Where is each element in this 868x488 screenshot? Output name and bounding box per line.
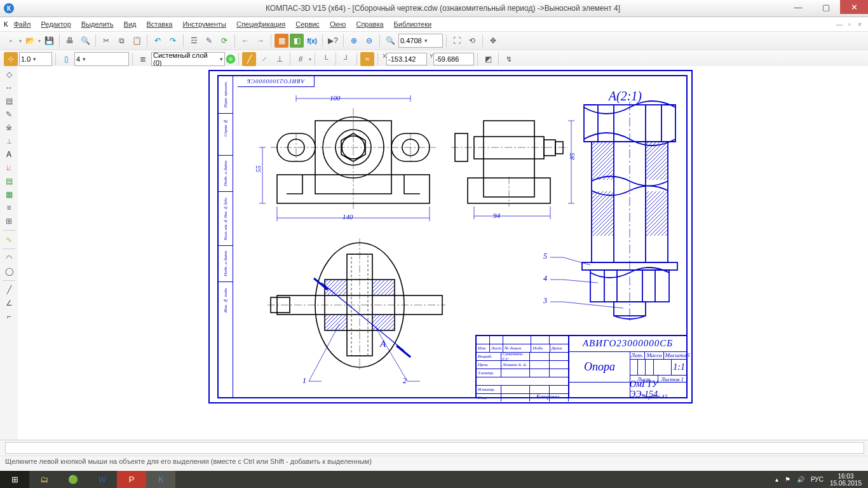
maximize-button[interactable]: ▢ — [812, 0, 840, 14]
tog3-button[interactable]: ⊥ — [273, 52, 287, 66]
start-button[interactable]: ⊞ — [0, 471, 29, 488]
geometry-tab[interactable]: ◇ — [3, 69, 15, 80]
tog1-button[interactable]: ╱ — [242, 52, 256, 66]
tray-lang[interactable]: РУС — [811, 476, 824, 483]
report-tab[interactable]: ≡ — [3, 202, 15, 214]
viewport[interactable]: Перв. примен. Справ № Подп. и дата Взам.… — [18, 66, 868, 445]
line-tool[interactable]: ╱ — [3, 284, 15, 295]
zoom-fit-button[interactable]: ⛶ — [450, 34, 464, 48]
command-input[interactable] — [5, 442, 864, 454]
refresh-view-button[interactable]: ⟲ — [465, 34, 479, 48]
chamfer-tool[interactable]: ⌐ — [3, 311, 15, 322]
dimensions-tab[interactable]: ↔ — [3, 82, 15, 93]
svg-rect-45 — [325, 315, 347, 330]
step-combo[interactable]: 1.0▾ — [19, 52, 52, 66]
aux-tab[interactable]: ⟀ — [3, 162, 15, 173]
vars-button[interactable]: f(x) — [305, 34, 319, 48]
page-button[interactable]: ▯ — [59, 52, 73, 66]
tray-clock[interactable]: 16:0315.06.2015 — [830, 473, 862, 487]
spec2-tab[interactable]: ▦ — [3, 189, 15, 200]
brush-button[interactable]: ✎ — [202, 34, 216, 48]
ortho1-button[interactable]: └ — [318, 52, 332, 66]
edit-tab[interactable]: ✎ — [3, 109, 15, 120]
cut-button[interactable]: ✂ — [99, 34, 113, 48]
local-cs-button[interactable]: ◩ — [481, 52, 495, 66]
new-button[interactable]: ▫ — [4, 34, 18, 48]
insert-tab[interactable]: ⊞ — [3, 215, 15, 227]
task-kompas[interactable]: К — [146, 471, 175, 488]
menu-libraries[interactable]: Библиотеки — [390, 19, 437, 29]
zoom-in-button[interactable]: ⊕ — [347, 34, 361, 48]
stamp-column: Перв. примен. Справ № Подп. и дата Взам.… — [219, 76, 233, 397]
tog2-button[interactable]: ⟋ — [257, 52, 271, 66]
minimize-button[interactable]: — — [784, 0, 812, 14]
style-button[interactable]: ◧ — [290, 34, 304, 48]
undo-button[interactable]: ↶ — [151, 34, 165, 48]
print-button[interactable]: 🖶 — [63, 34, 77, 48]
svg-rect-61 — [646, 142, 668, 180]
round-button[interactable]: ≈ — [360, 52, 374, 66]
menu-edit[interactable]: Редактор — [36, 19, 75, 29]
update-button[interactable]: ⟳ — [217, 34, 231, 48]
redo-button[interactable]: ↷ — [166, 34, 180, 48]
zoom-out-button[interactable]: ⊖ — [362, 34, 376, 48]
help-cursor-button[interactable]: ▶? — [326, 34, 340, 48]
snap-button[interactable]: ⊹ — [4, 52, 18, 66]
menu-service[interactable]: Сервис — [291, 19, 324, 29]
tray-volume-icon[interactable]: 🔊 — [797, 476, 804, 483]
symbols-tab[interactable]: ▤ — [3, 95, 15, 107]
curve-tool[interactable]: ∿ — [3, 234, 15, 245]
task-explorer[interactable]: 🗂 — [29, 471, 58, 488]
menu-select[interactable]: Выделить — [77, 19, 118, 29]
zoom-combo[interactable]: 0.4708▾ — [398, 34, 443, 48]
angle-tool[interactable]: ∠ — [3, 297, 15, 309]
mdi-minimize-button[interactable]: — — [835, 20, 844, 28]
properties-button[interactable]: ☲ — [187, 34, 201, 48]
menu-view[interactable]: Вид — [119, 19, 141, 29]
mdi-buttons: — ▫ × — [835, 20, 864, 28]
text-tab[interactable]: A — [3, 149, 15, 160]
tray-flag-icon[interactable]: ⚑ — [785, 476, 790, 483]
pan-button[interactable]: ✥ — [486, 34, 500, 48]
grid-button[interactable]: # — [294, 52, 308, 66]
open-button[interactable]: 📂 — [23, 34, 37, 48]
menu-spec[interactable]: Спецификация — [232, 19, 290, 29]
task-word[interactable]: W — [88, 471, 117, 488]
task-chrome[interactable]: 🟢 — [58, 471, 88, 488]
y-coord-field[interactable]: -59.686 — [433, 53, 474, 65]
preview-button[interactable]: 🔍 — [78, 34, 92, 48]
nav-next-button[interactable]: → — [254, 34, 268, 48]
save-button[interactable]: 💾 — [42, 34, 56, 48]
paste-button[interactable]: 📋 — [130, 34, 144, 48]
tray-up-icon[interactable]: ▴ — [775, 476, 778, 483]
ortho2-button[interactable]: ┘ — [339, 52, 353, 66]
callout-5: 5 — [543, 252, 547, 261]
layers-button[interactable]: ≣ — [136, 52, 150, 66]
grid-toggle-button[interactable]: ▦ — [275, 34, 288, 48]
menu-help[interactable]: Справка — [351, 19, 388, 29]
svg-line-55 — [397, 346, 410, 357]
layer-combo[interactable]: Системный слой (0)▾ — [151, 52, 225, 66]
x-coord-field[interactable]: -153.142 — [386, 53, 427, 65]
menu-file[interactable]: Файл — [9, 19, 35, 29]
params-tab[interactable]: ※ — [3, 122, 15, 133]
menu-window[interactable]: Окно — [325, 19, 351, 29]
menu-insert[interactable]: Вставка — [142, 19, 177, 29]
circle-tool[interactable]: ◯ — [3, 266, 15, 277]
mdi-close-button[interactable]: × — [855, 20, 864, 28]
nav-prev-button[interactable]: ← — [238, 34, 252, 48]
drawing-sheet: Перв. примен. Справ № Подп. и дата Взам.… — [208, 70, 693, 403]
close-button[interactable]: ✕ — [840, 0, 868, 14]
copy-button[interactable]: ⧉ — [114, 34, 128, 48]
arc-tool[interactable]: ◠ — [3, 252, 15, 264]
task-powerpoint[interactable]: P — [117, 471, 146, 488]
tool-extra-button[interactable]: ↯ — [502, 52, 516, 66]
svg-line-51 — [376, 327, 407, 381]
mdi-restore-button[interactable]: ▫ — [845, 20, 854, 28]
page-combo[interactable]: 4▾ — [74, 52, 129, 66]
zoom-window-button[interactable]: 🔍 — [383, 34, 397, 48]
spec1-tab[interactable]: ▤ — [3, 175, 15, 187]
measure-tab[interactable]: ⟂ — [3, 135, 15, 147]
menu-tools[interactable]: Инструменты — [178, 19, 231, 29]
svg-rect-27 — [544, 140, 555, 156]
